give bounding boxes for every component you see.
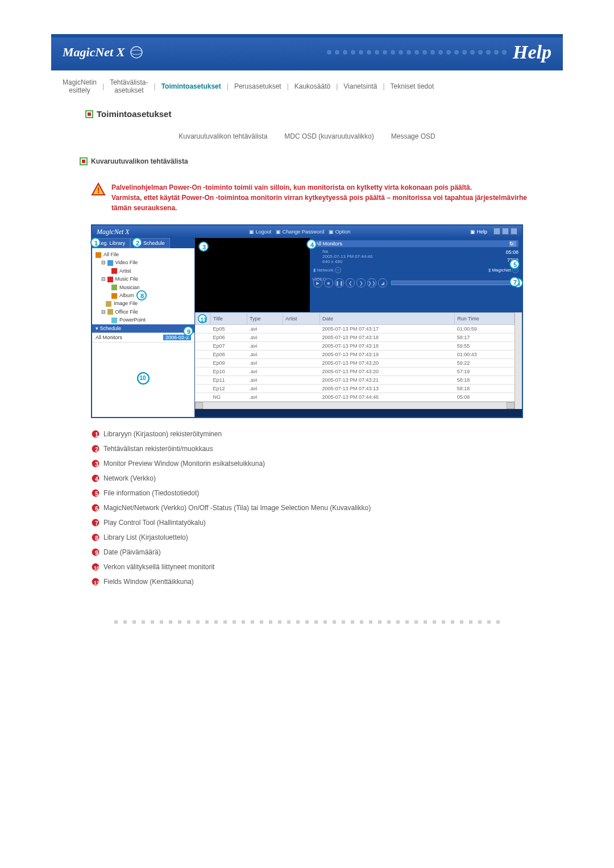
- app-screenshot: MagicNet X ▣ Logout ▣ Change Password ▣ …: [91, 224, 523, 418]
- tree-image[interactable]: Image File: [96, 299, 191, 307]
- play-button[interactable]: ▶: [313, 278, 322, 287]
- legend-row: 3Monitor Preview Window (Monitorin esika…: [91, 459, 523, 468]
- table-row[interactable]: Ep07.avi2005-07-13 PM 07:43:1859:55: [196, 342, 515, 350]
- tab-schedule[interactable]: 2 Schedule: [130, 238, 170, 248]
- nav-operation-settings[interactable]: Toimintoasetukset: [161, 82, 221, 90]
- svg-rect-6: [88, 112, 91, 116]
- nav-remote[interactable]: Kaukosäätö: [294, 82, 330, 90]
- vscroll[interactable]: [515, 312, 522, 409]
- legend-text: File information (Tiedostotiedot): [103, 489, 199, 497]
- nav-intro[interactable]: MagicNetinesittely: [63, 78, 97, 94]
- maximize-button[interactable]: [502, 228, 509, 235]
- badge-1: 1: [91, 429, 100, 439]
- col-type[interactable]: Type: [247, 313, 283, 325]
- svg-rect-9: [82, 160, 85, 163]
- vol-button[interactable]: ◢: [378, 278, 387, 287]
- table-row[interactable]: Ep09.avi2005-07-13 PM 07:43:2059:22: [196, 359, 515, 368]
- tree-artist[interactable]: Artist: [96, 267, 191, 275]
- next-button[interactable]: ❯: [356, 278, 366, 287]
- library-tree[interactable]: All File ⊟ Video File Artist ⊟ Music Fil…: [92, 248, 194, 324]
- stop-button[interactable]: ■: [324, 278, 333, 287]
- badge-4: 4: [91, 474, 100, 483]
- minimize-button[interactable]: [493, 228, 500, 235]
- window-buttons: [492, 228, 517, 236]
- subtab-osd-schedule[interactable]: Kuvaruutuvalikon tehtävälista: [179, 132, 267, 140]
- legend-row: 8Library List (Kirjastoluettelo): [91, 533, 523, 542]
- warning-icon: !: [91, 182, 106, 197]
- tree-video[interactable]: ⊟ Video File: [96, 258, 191, 266]
- subtab-mdc-osd[interactable]: MDC OSD (kuvaruutuvalikko): [284, 132, 374, 140]
- header-right: Help: [325, 41, 551, 63]
- preview-row: 3 4 All Monitors ↻ 05:08: [195, 238, 522, 312]
- menu-changepw[interactable]: ▣ Change Password: [276, 229, 324, 235]
- nav-specs[interactable]: Tekniset tiedot: [391, 82, 434, 90]
- badge-11: 11: [91, 577, 100, 586]
- app-title: MagicNet X: [97, 228, 130, 236]
- svg-text:2: 2: [136, 240, 139, 247]
- schedule-all-monitors: All Monitors: [96, 335, 122, 340]
- legend-text: Tehtävälistan rekisteröinti/muokkaus: [103, 445, 213, 453]
- badge-5: 5: [91, 489, 100, 498]
- legend-row: 9Date (Päivämäärä): [91, 548, 523, 557]
- hscroll[interactable]: [195, 402, 515, 409]
- close-button[interactable]: [511, 228, 517, 235]
- badge-2: 2: [91, 444, 100, 453]
- menu-help[interactable]: ▣ Help: [470, 229, 487, 235]
- tree-powerpoint[interactable]: PowerPoint: [96, 316, 191, 324]
- tree-all-file[interactable]: All File: [96, 251, 191, 258]
- app-titlebar: MagicNet X ▣ Logout ▣ Change Password ▣ …: [92, 226, 522, 238]
- end-button[interactable]: ❯❯: [367, 278, 376, 287]
- menu-logout[interactable]: ▣ Logout: [249, 229, 271, 235]
- legend-text: Library List (Kirjastoluettelo): [103, 533, 188, 541]
- menu-option[interactable]: ▣ Option: [329, 229, 350, 235]
- table-row[interactable]: Ep06.avi2005-07-13 PM 07:43:1858:17: [196, 333, 515, 342]
- pause-button[interactable]: ❚❚: [335, 278, 344, 287]
- info-resolution: 640 x 480: [322, 259, 518, 264]
- svg-text:3: 3: [202, 244, 206, 251]
- table-row[interactable]: Ep08.avi2005-07-13 PM 07:43:1901:00:43: [196, 350, 515, 359]
- top-nav: MagicNetinesittely | Tehtävälista-asetuk…: [51, 70, 563, 102]
- svg-text:4: 4: [310, 241, 314, 248]
- table-row[interactable]: Ep11.avi2005-07-13 PM 07:43:2158:18: [196, 376, 515, 385]
- nav-schedule-settings[interactable]: Tehtävälista-asetukset: [110, 78, 148, 94]
- info-timestamp: 2005-07-13 PM 07:44:46: [322, 254, 518, 259]
- left-column: 1 Reg. Library 2 Schedule All File ⊟ Vid…: [92, 238, 195, 417]
- schedule-row[interactable]: All Monitors 2006-02-2: [92, 333, 194, 343]
- tree-office[interactable]: ⊟ Office File: [96, 308, 191, 316]
- logo-text: MagicNet X: [63, 45, 125, 60]
- tree-album[interactable]: Album 8: [96, 291, 191, 299]
- legend-row: 10Verkon välityksellä liittyneet monitor…: [91, 562, 523, 571]
- nav-basic-settings[interactable]: Perusasetukset: [234, 82, 281, 90]
- tree-music[interactable]: ⊟ Music File: [96, 275, 191, 283]
- col-title[interactable]: Title: [211, 313, 247, 325]
- table-row[interactable]: NG.avi2005-07-13 PM 07:44:4605:08: [196, 393, 515, 402]
- legend-text: MagicNet/Network (Verkko) On/Off -Status…: [103, 504, 371, 512]
- prev-button[interactable]: ❮: [346, 278, 355, 287]
- svg-text:5: 5: [95, 491, 98, 497]
- net-toggle[interactable]: ○: [335, 267, 341, 273]
- seek-slider[interactable]: [391, 281, 518, 285]
- svg-text:2: 2: [95, 446, 98, 453]
- subtab-message-osd[interactable]: Message OSD: [391, 132, 435, 140]
- legend-row: 6MagicNet/Network (Verkko) On/Off -Statu…: [91, 503, 523, 512]
- table-row[interactable]: Ep05.avi2005-07-13 PM 07:43:1701:00:59: [196, 325, 515, 333]
- svg-text:1: 1: [95, 432, 98, 438]
- col-runtime[interactable]: Run Time: [455, 313, 515, 325]
- nav-troubleshoot[interactable]: Vianetsintä: [343, 82, 377, 90]
- app-topmenu: ▣ Logout ▣ Change Password ▣ Option: [249, 229, 350, 235]
- header-banner: MagicNet X Help: [51, 34, 563, 70]
- warning-block: ! Palvelinohjelman Power-On -toiminto to…: [91, 182, 529, 213]
- col-date[interactable]: Date: [320, 313, 454, 325]
- schedule-header[interactable]: ▾ Schedule 9: [92, 324, 194, 332]
- schedule-empty: 10: [92, 343, 194, 414]
- legend-row: 5File information (Tiedostotiedot): [91, 489, 523, 498]
- legend-row: 11Fields Window (Kenttäikkuna): [91, 577, 523, 586]
- col-artist[interactable]: Artist: [283, 313, 320, 325]
- file-table-wrap: 11 Title Type Artist Date Run Time: [195, 312, 522, 409]
- table-row[interactable]: Ep10.avi2005-07-13 PM 07:43:2057:19: [196, 368, 515, 376]
- svg-text:11: 11: [94, 580, 99, 586]
- refresh-icon[interactable]: ↻: [509, 241, 516, 247]
- svg-text:6: 6: [95, 506, 98, 512]
- tab-reg-library[interactable]: 1 Reg. Library: [92, 238, 130, 248]
- table-row[interactable]: Ep12.avi2005-07-13 PM 07:43:1358:18: [196, 385, 515, 393]
